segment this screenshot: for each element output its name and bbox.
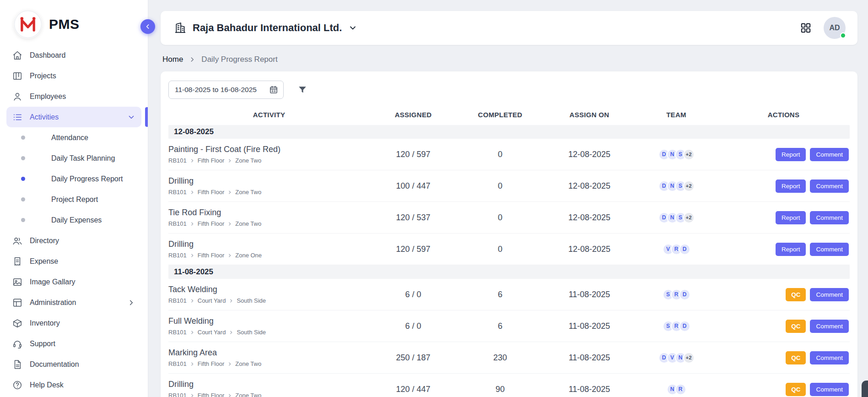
path-segment: Zone Two bbox=[235, 220, 261, 227]
sidebar-nav: DashboardProjectsEmployeesActivitiesAtte… bbox=[0, 45, 148, 395]
bullet-icon bbox=[21, 218, 25, 222]
sidebar-item-label: Image Gallary bbox=[30, 278, 135, 286]
sidebar-item-employees[interactable]: Employees bbox=[6, 86, 141, 107]
helpdesk-icon bbox=[12, 380, 22, 390]
table-header-row: ACTIVITYASSIGNEDCOMPLETEDASSIGN ONTEAMAC… bbox=[168, 108, 850, 125]
team-more-badge[interactable]: +2 bbox=[683, 212, 695, 223]
sidebar-collapse-button[interactable] bbox=[140, 19, 155, 34]
breadcrumb: Home Daily Progress Report bbox=[161, 45, 857, 71]
sidebar-item-label: Documentation bbox=[30, 360, 135, 369]
comment-button[interactable]: Comment bbox=[810, 351, 849, 364]
activity-path: RB101Court YardSouth Side bbox=[168, 329, 365, 336]
sidebar-subitem-daily-task-planning[interactable]: Daily Task Planning bbox=[0, 148, 148, 169]
assign-on-cell: 11-08-2025 bbox=[544, 290, 635, 299]
assign-on-cell: 11-08-2025 bbox=[544, 353, 635, 363]
assign-on-cell: 11-08-2025 bbox=[544, 321, 635, 331]
team-cell: DVN+2 bbox=[635, 352, 717, 364]
sidebar-item-label: Help Desk bbox=[30, 381, 135, 389]
qc-button[interactable]: QC bbox=[786, 320, 806, 333]
actions-cell: QCComment bbox=[717, 320, 850, 333]
sidebar-item-directory[interactable]: Directory bbox=[6, 230, 141, 251]
activity-path: RB101Fifth FloorZone Two bbox=[168, 220, 365, 227]
home-icon bbox=[12, 50, 22, 60]
sidebar-subitem-label: Daily Expenses bbox=[51, 216, 102, 224]
comment-button[interactable]: Comment bbox=[810, 243, 849, 256]
calendar-icon bbox=[269, 85, 278, 94]
sidebar-item-administration[interactable]: Administration bbox=[6, 292, 141, 313]
sidebar-item-documentation[interactable]: Documentation bbox=[6, 354, 141, 375]
sidebar-item-help-desk[interactable]: Help Desk bbox=[6, 375, 141, 395]
administration-icon bbox=[12, 298, 22, 308]
date-range-input[interactable]: 11-08-2025 to 16-08-2025 bbox=[168, 81, 284, 99]
table-row: Painting - First Coat (Fire Red)RB101Fif… bbox=[168, 139, 850, 170]
team-avatar[interactable]: D bbox=[679, 321, 690, 332]
team-avatar[interactable]: D bbox=[679, 244, 690, 255]
team-avatars: DNS+2 bbox=[658, 212, 695, 223]
filter-icon[interactable] bbox=[297, 85, 307, 95]
comment-button[interactable]: Comment bbox=[810, 148, 849, 161]
sidebar-item-label: Activities bbox=[30, 113, 120, 121]
column-header-assigned: ASSIGNED bbox=[370, 111, 457, 119]
sidebar-subitem-project-report[interactable]: Project Report bbox=[0, 189, 148, 210]
chevron-right-icon bbox=[190, 253, 194, 258]
team-cell: SRD bbox=[635, 289, 717, 300]
apps-grid-icon[interactable] bbox=[800, 22, 812, 34]
online-status-dot bbox=[840, 33, 846, 38]
sidebar-item-dashboard[interactable]: Dashboard bbox=[6, 45, 141, 65]
team-avatar[interactable]: R bbox=[675, 384, 686, 395]
table-row: DrillingRB101Fifth FloorZone One120 / 59… bbox=[168, 234, 850, 265]
sidebar-item-image-gallary[interactable]: Image Gallary bbox=[6, 272, 141, 292]
report-button[interactable]: Report bbox=[776, 179, 806, 193]
company-selector[interactable]: Raja Bahadur International Ltd. bbox=[174, 22, 357, 34]
activity-cell: DrillingRB101Fifth FloorZone Two bbox=[168, 380, 370, 397]
comment-button[interactable]: Comment bbox=[810, 179, 849, 193]
report-button[interactable]: Report bbox=[776, 211, 806, 224]
team-avatar[interactable]: D bbox=[679, 289, 690, 300]
qc-button[interactable]: QC bbox=[786, 351, 806, 364]
chevron-right-icon bbox=[190, 190, 194, 195]
comment-button[interactable]: Comment bbox=[810, 320, 849, 333]
team-more-badge[interactable]: +2 bbox=[683, 352, 695, 364]
team-more-badge[interactable]: +2 bbox=[683, 149, 695, 160]
comment-button[interactable]: Comment bbox=[810, 383, 849, 396]
activity-cell: DrillingRB101Fifth FloorZone One bbox=[168, 239, 370, 259]
sidebar-subitem-attendance[interactable]: Attendance bbox=[0, 127, 148, 148]
sidebar-item-support[interactable]: Support bbox=[6, 333, 141, 354]
breadcrumb-current: Daily Progress Report bbox=[201, 55, 277, 64]
team-more-badge[interactable]: +2 bbox=[683, 180, 695, 192]
bullet-icon bbox=[21, 156, 25, 160]
user-avatar[interactable]: AD bbox=[824, 17, 846, 39]
report-button[interactable]: Report bbox=[776, 243, 806, 256]
table-row: DrillingRB101Fifth FloorZone Two100 / 44… bbox=[168, 170, 850, 202]
sidebar-item-projects[interactable]: Projects bbox=[6, 65, 141, 86]
sidebar-item-inventory[interactable]: Inventory bbox=[6, 313, 141, 333]
assign-on-cell: 12-08-2025 bbox=[544, 213, 635, 223]
sidebar-item-activities[interactable]: Activities bbox=[6, 107, 141, 127]
table-row: Marking AreaRB101Fifth FloorZone Two250 … bbox=[168, 342, 850, 374]
assign-on-cell: 11-08-2025 bbox=[544, 385, 635, 394]
activity-cell: DrillingRB101Fifth FloorZone Two bbox=[168, 176, 370, 196]
floating-widget-partial[interactable] bbox=[862, 381, 868, 397]
actions-cell: ReportComment bbox=[717, 179, 850, 193]
activity-path: RB101Court YardSouth Side bbox=[168, 297, 365, 304]
chevron-right-icon bbox=[227, 190, 232, 195]
chevron-right-icon bbox=[190, 299, 194, 303]
comment-button[interactable]: Comment bbox=[810, 211, 849, 224]
sidebar-subitem-daily-expenses[interactable]: Daily Expenses bbox=[0, 210, 148, 230]
sidebar-item-expense[interactable]: Expense bbox=[6, 251, 141, 272]
breadcrumb-home[interactable]: Home bbox=[162, 55, 183, 64]
comment-button[interactable]: Comment bbox=[810, 288, 849, 301]
sidebar-subitem-daily-progress-report[interactable]: Daily Progress Report bbox=[0, 169, 148, 189]
documentation-icon bbox=[12, 359, 22, 370]
support-icon bbox=[12, 339, 22, 349]
activity-name: Tack Welding bbox=[168, 285, 365, 294]
report-button[interactable]: Report bbox=[776, 148, 806, 161]
path-segment: RB101 bbox=[168, 329, 187, 336]
table-row: Full WeldingRB101Court YardSouth Side6 /… bbox=[168, 310, 850, 342]
path-segment: Zone Two bbox=[235, 392, 261, 397]
activity-name: Drilling bbox=[168, 176, 365, 186]
qc-button[interactable]: QC bbox=[786, 383, 806, 396]
assigned-cell: 120 / 597 bbox=[370, 245, 457, 254]
qc-button[interactable]: QC bbox=[786, 288, 806, 301]
sidebar: PMS DashboardProjectsEmployeesActivities… bbox=[0, 0, 148, 397]
